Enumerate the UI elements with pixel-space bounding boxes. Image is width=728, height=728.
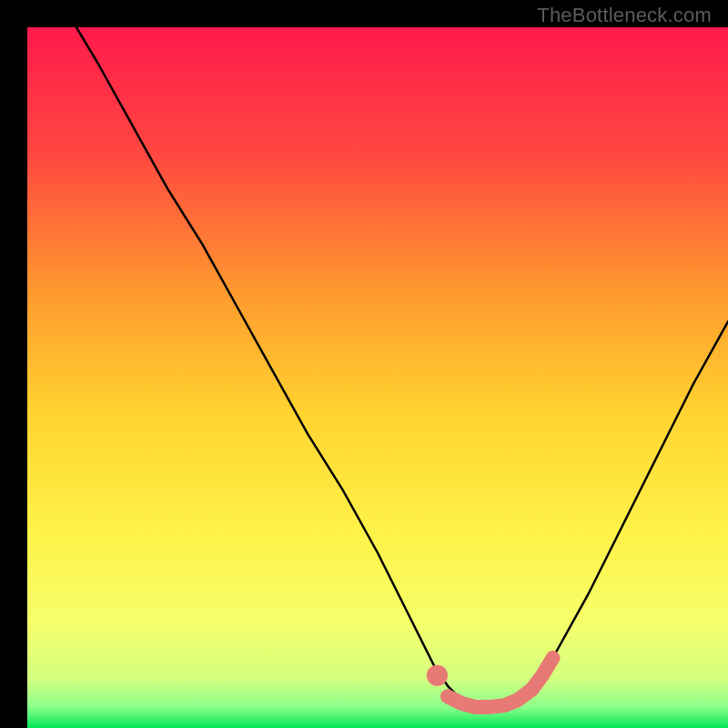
watermark-text: TheBottleneck.com: [537, 4, 712, 27]
chart-frame: [14, 14, 714, 714]
gradient-background: [27, 27, 728, 728]
chart-plot: [27, 27, 728, 728]
marker-left-dot: [427, 665, 448, 686]
